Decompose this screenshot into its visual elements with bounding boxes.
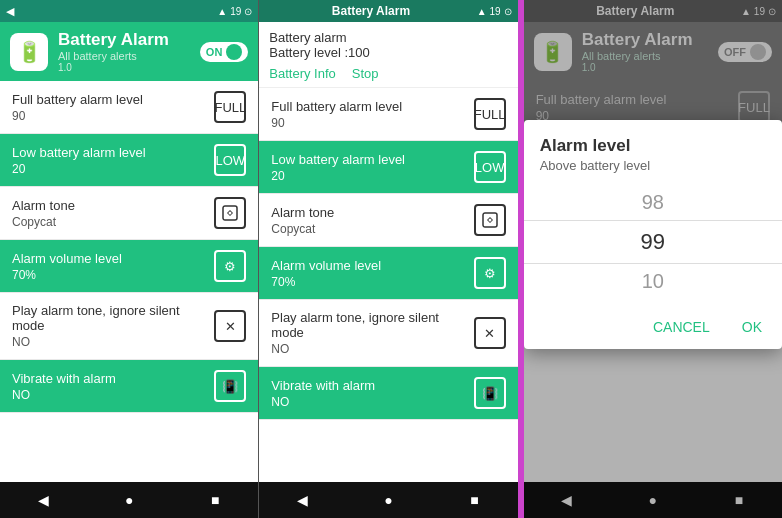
item-label: Alarm volume level <box>12 251 214 266</box>
left-toggle[interactable]: ON <box>200 42 249 62</box>
picker-item-selected[interactable]: 99 <box>524 220 782 264</box>
tab-battery-info[interactable]: Battery Info <box>269 66 335 83</box>
middle-panel-header: Battery alarm Battery level :100 Battery… <box>259 22 517 88</box>
cancel-button[interactable]: CANCEL <box>645 315 718 339</box>
list-item[interactable]: Vibrate with alarm NO 📳 <box>259 367 517 420</box>
recent-button[interactable]: ■ <box>201 486 229 514</box>
left-status-bar: ◀ ▲ 19 ⊙ <box>0 0 258 22</box>
left-nav-bar: ◀ ● ■ <box>0 482 258 518</box>
battery-level-label: Battery level :100 <box>269 45 507 60</box>
item-value: 20 <box>271 169 473 183</box>
svg-point-3 <box>488 219 491 222</box>
low-battery-icon: LOW <box>474 151 506 183</box>
item-value: Copycat <box>271 222 473 236</box>
list-item[interactable]: Alarm volume level 70% ⚙ <box>0 240 258 293</box>
left-app-version: 1.0 <box>58 62 190 73</box>
recent-button[interactable]: ■ <box>461 486 489 514</box>
home-button[interactable]: ● <box>115 486 143 514</box>
item-value: NO <box>271 395 473 409</box>
picker-item-10[interactable]: 10 <box>524 264 782 299</box>
item-label: Low battery alarm level <box>12 145 214 160</box>
back-button[interactable]: ◀ <box>29 486 57 514</box>
svg-point-1 <box>229 212 232 215</box>
item-value: NO <box>12 388 214 402</box>
list-item[interactable]: Full battery alarm level 90 FULL <box>0 81 258 134</box>
dialog-title: Alarm level <box>540 136 766 156</box>
picker-item-98[interactable]: 98 <box>524 185 782 220</box>
list-item[interactable]: Alarm tone Copycat <box>0 187 258 240</box>
middle-status-title: Battery Alarm <box>332 4 410 18</box>
volume-icon: ⚙ <box>474 257 506 289</box>
item-label: Vibrate with alarm <box>271 378 473 393</box>
item-value: NO <box>12 335 214 349</box>
item-label: Play alarm tone, ignore silent mode <box>12 303 214 333</box>
item-value: NO <box>271 342 473 356</box>
left-toggle-label: ON <box>206 46 223 58</box>
left-app-title: Battery Alarm <box>58 30 190 50</box>
dialog-overlay: Alarm level Above battery level 98 99 10… <box>524 0 782 518</box>
middle-status-icons: ▲ 19 ⊙ <box>477 6 512 17</box>
item-label: Alarm volume level <box>271 258 473 273</box>
list-item[interactable]: Full battery alarm level 90 FULL <box>259 88 517 141</box>
left-toggle-circle <box>226 44 242 60</box>
middle-settings-list: Full battery alarm level 90 FULL Low bat… <box>259 88 517 482</box>
left-status-icons: ▲ 19 ⊙ <box>217 6 252 17</box>
list-item[interactable]: Low battery alarm level 20 LOW <box>259 141 517 194</box>
list-item[interactable]: Low battery alarm level 20 LOW <box>0 134 258 187</box>
item-value: 90 <box>271 116 473 130</box>
vibrate-icon: 📳 <box>474 377 506 409</box>
left-app-title-block: Battery Alarm All battery alerts 1.0 <box>58 30 190 73</box>
item-label: Full battery alarm level <box>271 99 473 114</box>
battery-tabs: Battery Info Stop <box>269 66 507 83</box>
alarm-tone-icon <box>214 197 246 229</box>
item-label: Low battery alarm level <box>271 152 473 167</box>
back-button[interactable]: ◀ <box>288 486 316 514</box>
list-item[interactable]: Vibrate with alarm NO 📳 <box>0 360 258 413</box>
battery-alarm-label: Battery alarm <box>269 30 507 45</box>
item-label: Alarm tone <box>271 205 473 220</box>
vibrate-icon: 📳 <box>214 370 246 402</box>
list-item[interactable]: Play alarm tone, ignore silent mode NO ✕ <box>259 300 517 367</box>
tab-stop[interactable]: Stop <box>352 66 379 83</box>
item-value: 90 <box>12 109 214 123</box>
silent-mode-icon: ✕ <box>474 317 506 349</box>
screen-container: ◀ ▲ 19 ⊙ 🔋 Battery Alarm All battery ale… <box>0 0 782 518</box>
middle-nav-bar: ◀ ● ■ <box>259 482 517 518</box>
alarm-tone-icon <box>474 204 506 236</box>
item-value: Copycat <box>12 215 214 229</box>
item-value: 70% <box>12 268 214 282</box>
middle-panel: Battery Alarm ▲ 19 ⊙ Battery alarm Batte… <box>259 0 520 518</box>
item-value: 20 <box>12 162 214 176</box>
item-label: Alarm tone <box>12 198 214 213</box>
silent-mode-icon: ✕ <box>214 310 246 342</box>
dialog-subtitle: Above battery level <box>540 158 766 173</box>
ok-button[interactable]: OK <box>734 315 770 339</box>
item-value: 70% <box>271 275 473 289</box>
dialog-header: Alarm level Above battery level <box>524 120 782 177</box>
full-battery-icon: FULL <box>474 98 506 130</box>
number-picker[interactable]: 98 99 10 <box>524 177 782 307</box>
right-panel: Battery Alarm ▲ 19 ⊙ 🔋 Battery Alarm All… <box>521 0 782 518</box>
left-status-time: ◀ <box>6 5 14 18</box>
left-settings-list: Full battery alarm level 90 FULL Low bat… <box>0 81 258 482</box>
item-label: Play alarm tone, ignore silent mode <box>271 310 473 340</box>
item-label: Vibrate with alarm <box>12 371 214 386</box>
dialog-actions: CANCEL OK <box>524 307 782 349</box>
left-app-subtitle: All battery alerts <box>58 50 190 62</box>
list-item[interactable]: Alarm tone Copycat <box>259 194 517 247</box>
left-panel: ◀ ▲ 19 ⊙ 🔋 Battery Alarm All battery ale… <box>0 0 259 518</box>
item-label: Full battery alarm level <box>12 92 214 107</box>
home-button[interactable]: ● <box>374 486 402 514</box>
volume-icon: ⚙ <box>214 250 246 282</box>
alarm-level-dialog: Alarm level Above battery level 98 99 10… <box>524 120 782 349</box>
middle-status-bar: Battery Alarm ▲ 19 ⊙ <box>259 0 517 22</box>
left-app-header: 🔋 Battery Alarm All battery alerts 1.0 O… <box>0 22 258 81</box>
low-battery-icon: LOW <box>214 144 246 176</box>
full-battery-icon: FULL <box>214 91 246 123</box>
left-app-icon: 🔋 <box>10 33 48 71</box>
list-item[interactable]: Play alarm tone, ignore silent mode NO ✕ <box>0 293 258 360</box>
list-item[interactable]: Alarm volume level 70% ⚙ <box>259 247 517 300</box>
